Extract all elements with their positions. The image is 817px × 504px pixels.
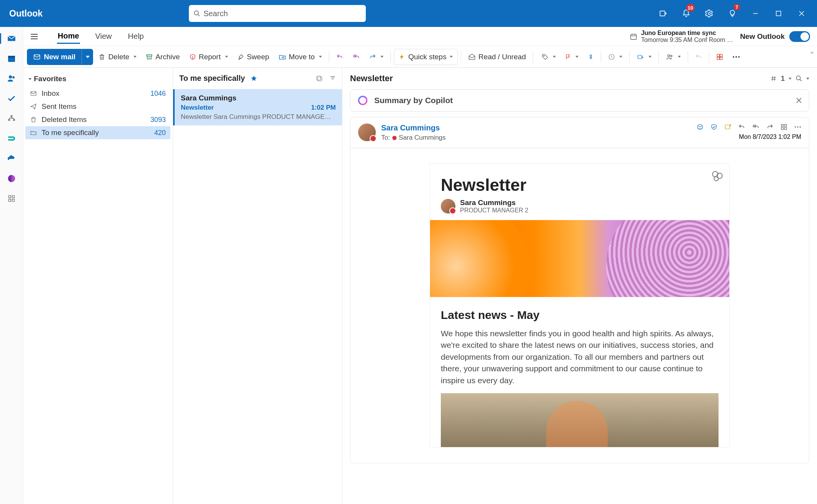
star-icon[interactable] bbox=[250, 75, 257, 82]
ribbon-collapse-icon[interactable] bbox=[809, 50, 815, 55]
svg-rect-33 bbox=[638, 55, 642, 58]
immersive-reader-icon[interactable] bbox=[712, 49, 727, 65]
favorites-header[interactable]: Favorites bbox=[25, 72, 170, 87]
hamburger-icon[interactable] bbox=[30, 32, 38, 41]
copilot-close-icon[interactable] bbox=[796, 97, 802, 103]
folder-icon bbox=[30, 129, 37, 136]
filter-icon[interactable] bbox=[330, 75, 336, 81]
more-icon[interactable] bbox=[729, 49, 744, 65]
teams-icon[interactable] bbox=[662, 49, 685, 65]
new-mail-button[interactable]: New mail bbox=[27, 49, 93, 65]
reader-subject: Newsletter bbox=[350, 73, 393, 83]
app-name: Outlook bbox=[9, 8, 43, 19]
read-unread-button[interactable]: Read / Unread bbox=[464, 49, 530, 65]
close-button[interactable] bbox=[790, 0, 813, 27]
approve-icon[interactable] bbox=[710, 123, 717, 130]
folder-sent[interactable]: Sent Items bbox=[25, 100, 170, 113]
archive-label: Archive bbox=[155, 53, 180, 61]
forward-icon[interactable] bbox=[365, 49, 387, 65]
hero-image bbox=[430, 220, 729, 297]
rail-people-icon[interactable] bbox=[5, 72, 18, 85]
svg-point-66 bbox=[795, 126, 796, 127]
svg-point-42 bbox=[738, 56, 740, 58]
sweep-button[interactable]: Sweep bbox=[233, 49, 273, 65]
reply-icon[interactable] bbox=[738, 123, 745, 130]
reply-all-icon[interactable] bbox=[348, 49, 364, 65]
svg-point-11 bbox=[12, 76, 15, 78]
archive-button[interactable]: Archive bbox=[142, 49, 183, 65]
apps-icon[interactable] bbox=[780, 123, 787, 130]
report-button[interactable]: Report bbox=[185, 49, 232, 65]
rail-more-apps-icon[interactable] bbox=[5, 192, 18, 205]
delete-button[interactable]: Delete bbox=[95, 49, 140, 65]
folder-label: To me specifically bbox=[42, 129, 99, 137]
svg-point-58 bbox=[697, 124, 703, 130]
reply-all-icon[interactable] bbox=[752, 123, 760, 130]
folder-label: Inbox bbox=[42, 89, 59, 98]
move-button[interactable]: Move to bbox=[275, 49, 326, 65]
sender-name[interactable]: Sara Cummings bbox=[381, 123, 691, 132]
tab-help[interactable]: Help bbox=[127, 30, 145, 43]
message-item[interactable]: Sara Cummings Newsletter 1:02 PM Newslet… bbox=[173, 89, 342, 125]
toolbar: New mail Delete Archive Report Sweep Mov… bbox=[23, 46, 817, 68]
folder-deleted[interactable]: Deleted Items 3093 bbox=[25, 113, 170, 126]
try-premium-icon[interactable] bbox=[652, 0, 675, 27]
message-header-card: Sara Cummings To: Sara Cummings bbox=[350, 117, 809, 148]
sweep-label: Sweep bbox=[247, 53, 269, 61]
rail-app2-icon[interactable] bbox=[5, 172, 18, 185]
svg-rect-37 bbox=[720, 54, 722, 57]
archive-icon bbox=[146, 53, 153, 60]
calendar-peek[interactable]: Juno European time sync Tomorrow 9:35 AM… bbox=[630, 30, 733, 43]
favorites-label: Favorites bbox=[34, 75, 66, 83]
svg-point-14 bbox=[13, 119, 15, 121]
open-window-icon[interactable] bbox=[724, 123, 731, 130]
rail-onedrive-icon[interactable] bbox=[5, 152, 18, 165]
rail-org-icon[interactable] bbox=[5, 112, 18, 125]
sender-avatar[interactable] bbox=[358, 123, 376, 141]
message-subject: Newsletter bbox=[181, 104, 214, 112]
copilot-summary-card[interactable]: Summary by Copilot bbox=[350, 89, 809, 112]
rail-app1-icon[interactable] bbox=[5, 132, 18, 145]
inbox-icon bbox=[30, 90, 37, 97]
presence-dot bbox=[392, 136, 397, 140]
folder-inbox[interactable]: Inbox 1046 bbox=[25, 87, 170, 100]
settings-icon[interactable] bbox=[698, 0, 721, 27]
maximize-button[interactable] bbox=[767, 0, 790, 27]
new-outlook-toggle[interactable] bbox=[789, 31, 810, 42]
quick-steps-button[interactable]: Quick steps bbox=[394, 49, 457, 65]
rail-calendar-icon[interactable] bbox=[5, 52, 18, 65]
undo-icon[interactable] bbox=[332, 49, 347, 65]
trash-icon bbox=[98, 53, 105, 60]
select-icon[interactable] bbox=[316, 75, 323, 82]
message-sender: Sara Cummings bbox=[181, 94, 336, 102]
message-list-pane: To me specifically Sara Cummings Newslet… bbox=[173, 68, 342, 504]
pin-icon[interactable] bbox=[584, 49, 598, 65]
search-box[interactable]: Search bbox=[189, 5, 366, 22]
svg-rect-64 bbox=[781, 128, 783, 130]
tips-icon[interactable]: 7 bbox=[721, 0, 744, 27]
new-mail-caret[interactable] bbox=[82, 49, 93, 65]
shield-icon bbox=[189, 53, 196, 60]
newsletter-image-2 bbox=[441, 393, 719, 447]
rail-mail-icon[interactable] bbox=[5, 32, 18, 45]
newsletter-heading: Latest news - May bbox=[430, 297, 729, 325]
svg-point-12 bbox=[11, 115, 12, 117]
notifications-icon[interactable]: 10 bbox=[675, 0, 698, 27]
forward-icon[interactable] bbox=[767, 123, 774, 130]
message-time: 1:02 PM bbox=[311, 104, 336, 112]
react-icon[interactable] bbox=[697, 123, 704, 130]
snooze-icon[interactable] bbox=[604, 49, 626, 65]
tab-home[interactable]: Home bbox=[57, 29, 80, 44]
folder-to-me[interactable]: To me specifically 420 bbox=[25, 126, 170, 139]
flag-icon[interactable] bbox=[561, 49, 582, 65]
zoom-icon[interactable] bbox=[795, 75, 802, 82]
tag-icon[interactable] bbox=[538, 49, 560, 65]
minimize-button[interactable] bbox=[744, 0, 767, 27]
undo-action-icon[interactable] bbox=[691, 49, 706, 65]
svg-rect-18 bbox=[8, 199, 11, 202]
svg-rect-63 bbox=[785, 124, 787, 126]
rules-icon[interactable] bbox=[633, 49, 655, 65]
tab-view[interactable]: View bbox=[95, 30, 113, 43]
rail-todo-icon[interactable] bbox=[5, 92, 18, 105]
more-actions-icon[interactable] bbox=[794, 126, 801, 128]
